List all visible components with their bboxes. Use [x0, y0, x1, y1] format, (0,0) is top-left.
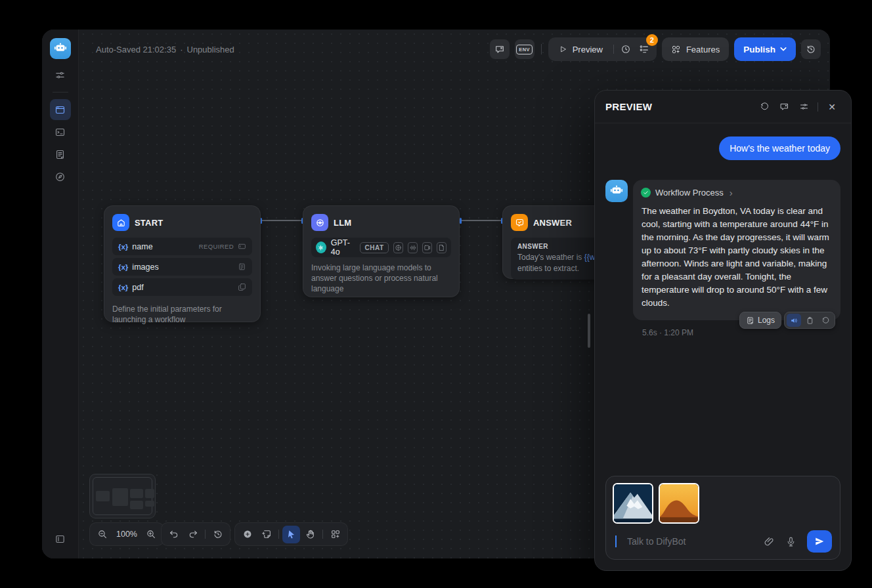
run-history-button[interactable] — [617, 40, 635, 58]
home-icon — [112, 214, 129, 231]
publish-status: Unpublished — [187, 45, 234, 54]
bot-message-card: Workflow Process › The weather in Boydto… — [633, 180, 840, 320]
publish-button[interactable]: Publish — [734, 37, 796, 61]
clear-chat-button[interactable] — [775, 98, 793, 116]
voice-input-button[interactable] — [785, 536, 796, 547]
variable-icon: {x} — [118, 263, 128, 271]
zoom-out-button[interactable] — [93, 526, 111, 543]
logs-button[interactable]: Logs — [739, 312, 781, 329]
divider — [817, 102, 818, 112]
variable-icon: {x} — [118, 284, 128, 291]
edge-start-llm — [261, 220, 303, 221]
start-field-images[interactable]: {x} images — [112, 258, 252, 276]
llm-model-selector[interactable]: GPT-4o CHAT — [311, 238, 451, 257]
regenerate-button[interactable] — [818, 314, 833, 327]
variable-icon: {x} — [118, 243, 128, 251]
conversation-settings-button[interactable] — [795, 98, 812, 116]
chat-area: How's the weather today Workflow Process… — [595, 123, 851, 570]
microphone-icon — [785, 536, 796, 547]
notification-badge: 2 — [646, 34, 658, 46]
autosave-status: Auto-Saved 21:02:35 · Unpublished — [96, 45, 234, 54]
attached-images — [613, 483, 833, 524]
minimap[interactable] — [89, 474, 156, 518]
sidebar-item-monitoring[interactable] — [50, 166, 71, 187]
preview-button[interactable]: Preview — [552, 45, 611, 54]
attachment-button[interactable] — [764, 536, 775, 547]
template-variable: {{w — [584, 253, 596, 262]
short-text-icon — [238, 242, 246, 251]
image-thumbnail-mountain-sunset[interactable] — [659, 483, 699, 524]
bot-answer-text: The weather in Boydton, VA today is clea… — [633, 201, 840, 320]
start-field-pdf[interactable]: {x} pdf — [112, 278, 252, 296]
user-message: How's the weather today — [719, 136, 840, 160]
chat-input[interactable] — [627, 536, 753, 547]
divider — [53, 92, 68, 93]
app-robot-icon[interactable] — [50, 38, 71, 59]
collapse-sidebar-icon[interactable] — [50, 528, 71, 549]
version-history-button[interactable] — [801, 39, 821, 59]
node-llm[interactable]: LLM GPT-4o CHAT — [303, 205, 460, 297]
node-title: ANSWER — [533, 218, 572, 228]
message-actions: Logs — [739, 312, 835, 329]
play-icon — [559, 45, 567, 53]
add-note-button[interactable] — [257, 526, 275, 543]
node-description: Define the initial parameters for launch… — [104, 299, 260, 333]
separator-dot: · — [180, 45, 183, 54]
preview-group: Preview 2 — [548, 37, 657, 61]
minimap-node — [145, 489, 154, 498]
node-start-header: START — [104, 206, 260, 238]
bot-avatar — [605, 180, 628, 202]
features-icon — [671, 45, 681, 54]
workflow-settings-icon[interactable] — [50, 64, 71, 85]
send-icon — [814, 536, 825, 547]
close-icon[interactable]: ✕ — [823, 98, 840, 116]
env-variables-button[interactable]: ENV — [515, 39, 534, 59]
node-title: LLM — [334, 218, 351, 228]
chat-input-row — [613, 530, 833, 553]
openai-icon — [316, 242, 326, 253]
minimap-node — [130, 501, 143, 509]
undo-button[interactable] — [165, 526, 183, 543]
autosave-time: Auto-Saved 21:02:35 — [96, 45, 176, 54]
document-capability-icon — [437, 242, 447, 253]
checklist-button[interactable]: 2 — [635, 40, 653, 58]
workflow-process-toggle[interactable]: Workflow Process › — [633, 180, 840, 201]
change-history-button[interactable] — [209, 526, 227, 543]
zoom-in-button[interactable] — [142, 526, 160, 543]
vision-capability-icon — [393, 242, 403, 253]
speaker-button[interactable] — [787, 314, 801, 327]
chevron-down-icon — [780, 46, 787, 52]
node-description: Invoking large language models to answer… — [303, 257, 459, 302]
logs-icon — [746, 316, 754, 325]
success-icon — [641, 188, 651, 198]
start-field-name[interactable]: {x} name REQUIRED — [112, 238, 252, 255]
chevron-right-icon: › — [730, 188, 733, 198]
divider — [613, 45, 614, 54]
node-start[interactable]: START {x} name REQUIRED {x} images {x} — [104, 205, 261, 322]
scrollbar-handle[interactable] — [588, 314, 590, 348]
hand-tool-button[interactable] — [301, 526, 319, 543]
sidebar-item-terminal[interactable] — [50, 121, 71, 142]
image-thumbnail-mountain-blue[interactable] — [613, 483, 653, 524]
message-tools — [784, 312, 835, 329]
zoom-level[interactable]: 100% — [112, 530, 141, 539]
restart-conversation-button[interactable] — [756, 98, 773, 116]
file-icon — [238, 283, 246, 291]
preview-panel: PREVIEW ✕ How's the weather today — [594, 90, 852, 571]
divider — [278, 530, 279, 539]
send-button[interactable] — [807, 530, 832, 553]
copy-icon — [806, 316, 814, 325]
features-button[interactable]: Features — [662, 37, 729, 61]
sidebar-item-logs[interactable] — [50, 144, 71, 165]
copy-button[interactable] — [802, 314, 817, 327]
redo-button[interactable] — [184, 526, 202, 543]
organize-layout-button[interactable] — [326, 526, 344, 543]
topbar: Auto-Saved 21:02:35 · Unpublished ENV Pr… — [79, 30, 830, 69]
chat-clear-button[interactable] — [490, 39, 510, 59]
chat-mode-badge: CHAT — [360, 242, 388, 253]
node-llm-header: LLM — [303, 206, 459, 238]
pointer-tool-button[interactable] — [282, 526, 300, 543]
add-node-button[interactable] — [238, 526, 256, 543]
sidebar-item-orchestrate[interactable] — [50, 99, 71, 120]
canvas-tools — [234, 522, 348, 546]
